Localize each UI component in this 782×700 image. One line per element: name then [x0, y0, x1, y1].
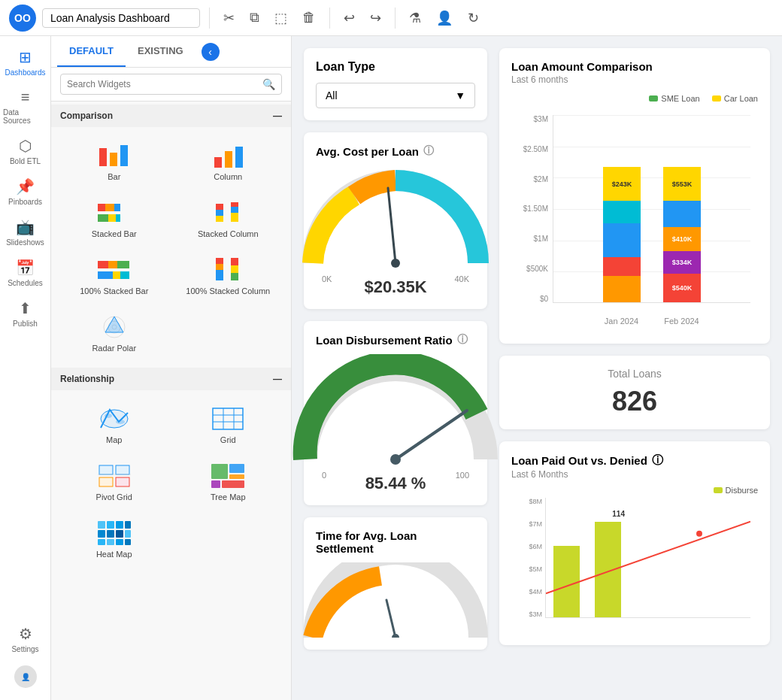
loan-paid-out-title: Loan Paid Out vs. Denied ⓘ: [511, 453, 758, 468]
schedules-icon: 📅: [16, 259, 35, 277]
panel-chevron-button[interactable]: ‹: [202, 43, 220, 61]
cut-button[interactable]: ✂: [219, 7, 239, 29]
collapse-relationship-icon[interactable]: —: [273, 374, 282, 384]
settings-icon: ⚙: [19, 625, 32, 643]
svg-rect-59: [125, 530, 131, 538]
widget-item-tree-map[interactable]: Tree Map: [171, 453, 286, 511]
bar-segment: $553K: [663, 167, 701, 201]
widget-item-heat-map[interactable]: Heat Map: [57, 511, 171, 568]
info-icon-2: ⓘ: [457, 333, 468, 347]
widget-item-100-stacked-column[interactable]: 100% Stacked Column: [171, 247, 286, 305]
avatar: 👤: [14, 665, 37, 688]
svg-rect-3: [214, 157, 222, 168]
svg-point-67: [390, 454, 401, 465]
svg-point-35: [105, 414, 112, 418]
divider-1: [209, 8, 210, 29]
collapse-icon[interactable]: —: [273, 111, 282, 121]
svg-rect-50: [211, 480, 220, 488]
svg-line-64: [388, 188, 396, 263]
svg-rect-8: [114, 204, 120, 211]
sidebar-item-pinboards[interactable]: 📌 Pinboards: [0, 171, 50, 212]
filter-button[interactable]: ⚗: [405, 7, 426, 29]
settlement-gauge: [316, 555, 475, 638]
svg-rect-14: [216, 204, 223, 210]
refresh-button[interactable]: ↻: [463, 7, 483, 29]
avg-cost-card: Avg. Cost per Loan ⓘ: [304, 132, 487, 309]
sidebar-item-dashboards[interactable]: ⊞ Dashboards: [0, 42, 50, 83]
right-column: Loan Amount Comparison Last 6 months SME…: [499, 48, 770, 688]
sidebar-item-publish[interactable]: ⬆ Publish: [0, 293, 50, 334]
tab-default[interactable]: DEFAULT: [57, 36, 126, 67]
redo-button[interactable]: ↪: [365, 7, 386, 29]
tab-existing[interactable]: EXISTING: [126, 36, 196, 67]
search-input[interactable]: [67, 79, 262, 89]
bar-segment: [603, 201, 641, 223]
widgets-scroll: Comparison — Bar: [51, 102, 291, 700]
x-label-feb: Feb 2024: [663, 317, 701, 326]
trend-line-svg: [546, 498, 750, 617]
undo-button[interactable]: ↩: [339, 7, 359, 29]
svg-rect-9: [98, 214, 108, 222]
loan-type-value: All: [326, 89, 338, 102]
chevron-down-icon: ▼: [455, 89, 465, 102]
svg-rect-57: [107, 530, 114, 538]
svg-rect-55: [125, 521, 131, 529]
legend-car-dot: [712, 95, 721, 102]
mini-bars-container: Amount 114: [545, 498, 750, 618]
dashboard-title-input[interactable]: [42, 8, 200, 28]
bar-jan-2024: $243K: [603, 167, 641, 302]
widget-item-100-stacked-bar[interactable]: 100% Stacked Bar: [57, 247, 171, 305]
svg-rect-27: [231, 258, 238, 265]
svg-rect-45: [116, 477, 129, 486]
sidebar-item-settings[interactable]: ⚙ Settings: [0, 619, 50, 659]
bar-segment: [603, 223, 641, 257]
disbursement-card: Loan Disbursement Ratio ⓘ: [304, 321, 487, 505]
loan-paid-out-card: Loan Paid Out vs. Denied ⓘ Last 6 Months…: [499, 441, 770, 645]
disbursement-gauge-svg: [292, 354, 501, 471]
widget-item-stacked-bar[interactable]: Stacked Bar: [57, 190, 171, 247]
svg-rect-62: [116, 539, 123, 545]
widget-item-column[interactable]: Column: [171, 133, 286, 190]
svg-line-70: [546, 522, 750, 593]
widget-item-stacked-column[interactable]: Stacked Column: [171, 190, 286, 247]
loan-type-select[interactable]: All ▼: [316, 83, 475, 108]
disbursement-value: 85.44 %: [365, 474, 426, 493]
sidebar-item-slideshows[interactable]: 📺 Slideshows: [0, 212, 50, 253]
widget-item-pivot-grid[interactable]: Pivot Grid: [57, 453, 171, 511]
pinboards-icon: 📌: [16, 177, 35, 195]
widget-item-map[interactable]: Map: [57, 396, 171, 453]
avg-settlement-title: Time for Avg. Loan Settlement: [316, 529, 475, 555]
grid-icon: [210, 405, 246, 432]
copy-button[interactable]: ⧉: [245, 7, 264, 29]
sidebar-item-data-sources[interactable]: ≡ Data Sources: [0, 83, 50, 131]
sidebar-item-users[interactable]: 👤: [0, 659, 50, 694]
sidebar-item-schedules[interactable]: 📅 Schedules: [0, 253, 50, 293]
widget-item-grid[interactable]: Grid: [171, 396, 286, 453]
widget-item-bar[interactable]: Bar: [57, 133, 171, 190]
stacked-bar: $243K: [603, 167, 641, 302]
svg-rect-5: [235, 147, 243, 168]
tree-map-icon: [210, 462, 246, 489]
svg-rect-24: [216, 258, 223, 264]
bar-feb-2024: $540K $334K $410K $553K: [663, 137, 701, 302]
paste-button[interactable]: ⬚: [270, 7, 292, 29]
delete-button[interactable]: 🗑: [298, 7, 320, 29]
sidebar-item-label: Bold ETL: [10, 157, 41, 165]
legend-sme-dot: [649, 95, 658, 102]
bar-icon: [96, 142, 132, 169]
share-button[interactable]: 👤: [432, 7, 457, 29]
divider-3: [395, 8, 396, 29]
chart-legend: SME Loan Car Loan: [511, 94, 758, 103]
radar-polar-icon: [96, 314, 132, 341]
sidebar-item-label: Slideshows: [6, 238, 44, 247]
widget-item-radar-polar[interactable]: Radar Polar: [57, 305, 171, 362]
svg-rect-0: [99, 148, 107, 166]
x-label-jan: Jan 2024: [603, 317, 641, 326]
svg-rect-1: [110, 153, 117, 166]
svg-rect-20: [117, 261, 129, 268]
mini-chart: $8M $7M $6M $5M $4M $3M Amount: [511, 498, 758, 633]
sidebar-item-bold-etl[interactable]: ⬡ Bold ETL: [0, 131, 50, 171]
avg-settlement-card: Time for Avg. Loan Settlement: [304, 517, 487, 650]
sidebar-item-label: Publish: [13, 320, 38, 328]
mini-y-axis: $8M $7M $6M $5M $4M $3M: [511, 498, 545, 618]
